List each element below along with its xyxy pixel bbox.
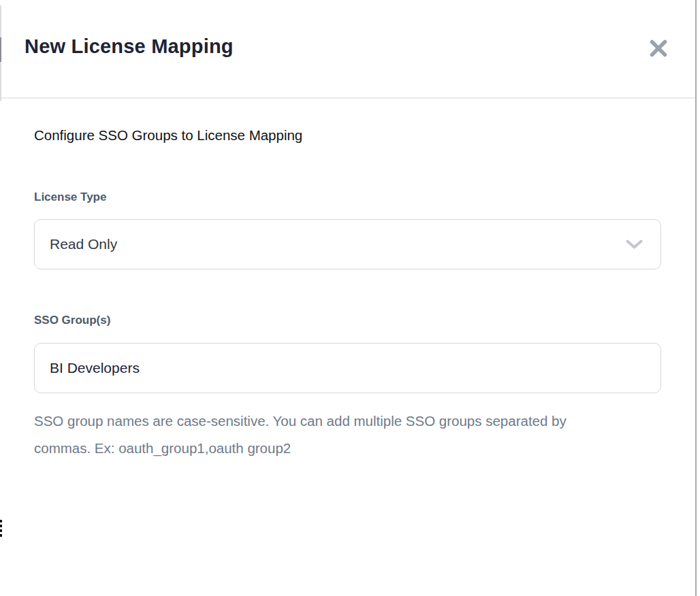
license-type-select[interactable]: Read Only [34, 219, 661, 269]
modal-title: New License Mapping [25, 34, 665, 59]
close-x-icon [649, 39, 668, 58]
page-background: New License Mapping Configure SSO Groups… [0, 0, 700, 596]
sso-groups-label: SSO Group(s) [34, 313, 661, 327]
clipped-dash [0, 534, 2, 537]
clipped-dash [0, 520, 2, 523]
modal-header: New License Mapping [0, 0, 696, 99]
license-type-label: License Type [34, 190, 661, 204]
clipped-dash [0, 525, 2, 527]
license-type-selected-value: Read Only [50, 236, 117, 252]
chevron-down-icon [626, 239, 643, 250]
modal-subtitle: Configure SSO Groups to License Mapping [34, 126, 661, 144]
sso-groups-help-text: SSO group names are case-sensitive. You … [34, 408, 606, 462]
clipped-list-icon-artifact [0, 520, 3, 539]
close-button[interactable] [647, 37, 670, 60]
clipped-dash [0, 529, 2, 532]
new-license-mapping-modal: New License Mapping Configure SSO Groups… [0, 0, 696, 596]
page-left-edge-artifact-dark [0, 37, 1, 62]
sso-groups-input[interactable] [34, 343, 661, 393]
modal-right-edge [695, 0, 697, 596]
modal-body: Configure SSO Groups to License Mapping … [0, 126, 696, 462]
